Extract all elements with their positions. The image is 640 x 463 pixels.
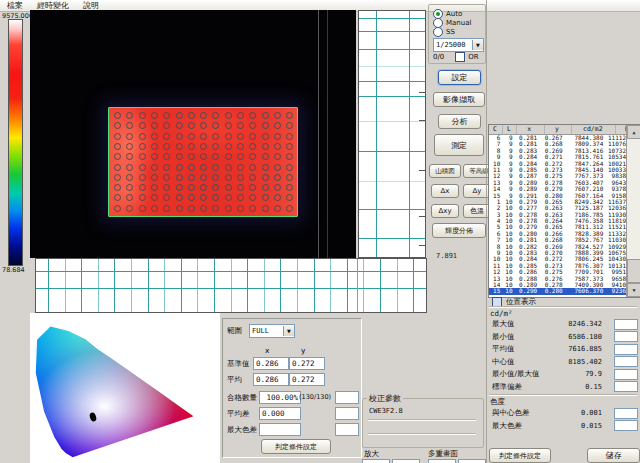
measure-button[interactable]: 測定 bbox=[434, 134, 484, 156]
measurement-point bbox=[176, 205, 183, 212]
chevron-down-icon[interactable]: ▼ bbox=[472, 40, 483, 50]
profile-cursor-line[interactable] bbox=[327, 10, 328, 258]
measurement-point bbox=[274, 184, 281, 191]
profile-cursor-line[interactable] bbox=[318, 10, 319, 258]
measurement-point bbox=[274, 164, 281, 171]
measurement-point bbox=[163, 133, 170, 140]
pass-count-label: 合格數量 bbox=[227, 393, 257, 403]
measurement-point bbox=[274, 174, 281, 181]
table-header-cell: y bbox=[545, 125, 573, 134]
ruler-tick bbox=[419, 170, 425, 171]
judge-result-box bbox=[614, 381, 638, 392]
measurement-point bbox=[139, 184, 146, 191]
range-select[interactable]: FULL ▼ bbox=[249, 324, 295, 338]
profile-gridline bbox=[330, 259, 331, 312]
profile-gridline bbox=[36, 271, 426, 272]
measurement-point bbox=[200, 153, 207, 160]
measurement-point bbox=[212, 153, 219, 160]
measurement-table[interactable]: CLxycd/m2K 690.2810.2677844.38011112790.… bbox=[488, 124, 640, 298]
reference-y-field[interactable]: 0.272 bbox=[289, 357, 325, 370]
judge-condition-button[interactable]: 判定條件設定 bbox=[261, 439, 331, 454]
measurement-point bbox=[139, 112, 146, 119]
measurement-point bbox=[200, 164, 207, 171]
profile-gridline bbox=[81, 259, 82, 312]
or-checkbox[interactable] bbox=[455, 52, 465, 62]
table-header-cell: L bbox=[503, 125, 517, 134]
profile-gridline bbox=[359, 18, 425, 19]
calibration-group: 校正參數 CWE3F2.8 bbox=[362, 398, 484, 448]
delta-xy-button[interactable]: Δxy bbox=[431, 204, 459, 218]
judge-result-box bbox=[335, 423, 359, 436]
delta-x-button[interactable]: Δx bbox=[431, 184, 459, 198]
measurement-point bbox=[114, 174, 121, 181]
ruler-tick bbox=[419, 216, 425, 217]
table-row[interactable]: 15100.2900.2807606.3709236 bbox=[489, 288, 627, 294]
save-button[interactable]: 儲存 bbox=[587, 448, 640, 463]
measurement-point bbox=[225, 174, 232, 181]
measurement-point bbox=[114, 153, 121, 160]
measurement-point bbox=[188, 122, 195, 129]
pass-count-value: (130/130) bbox=[299, 393, 331, 401]
multiscreen-field[interactable] bbox=[458, 459, 486, 463]
frame-counter-row: 0/0 OR bbox=[433, 52, 479, 62]
judge-condition-button[interactable]: 判定條件設定 bbox=[489, 448, 551, 463]
table-header-cell: x bbox=[517, 125, 545, 134]
table-scrollbar[interactable]: ▲ ▼ bbox=[626, 125, 640, 297]
measurement-point bbox=[212, 133, 219, 140]
mountain-plot-button[interactable]: 山積図 bbox=[429, 164, 461, 178]
settings-button[interactable]: 設定 bbox=[438, 70, 481, 85]
stat-value: 79.9 bbox=[554, 370, 602, 378]
measurement-point bbox=[176, 112, 183, 119]
chevron-down-icon[interactable]: ▼ bbox=[283, 326, 294, 336]
stat-row: 最小值6586.180 bbox=[492, 331, 638, 344]
scrollbar-thumb[interactable] bbox=[627, 259, 640, 283]
scale-min-label: 78.684 bbox=[2, 266, 25, 274]
profile-gridline bbox=[231, 259, 232, 312]
cursor-value: 7.891 bbox=[436, 252, 457, 260]
radio-ss-icon[interactable] bbox=[433, 27, 443, 37]
measurement-point bbox=[188, 112, 195, 119]
profile-gridline bbox=[359, 49, 425, 50]
measurement-point bbox=[176, 143, 183, 150]
measurement-point bbox=[225, 194, 232, 201]
measurement-point bbox=[163, 164, 170, 171]
average-y-field[interactable]: 0.272 bbox=[289, 373, 325, 386]
measurement-point bbox=[225, 143, 232, 150]
image-view[interactable] bbox=[30, 10, 356, 258]
scroll-down-icon[interactable]: ▼ bbox=[627, 283, 640, 297]
profile-gridline bbox=[131, 259, 132, 312]
stat-label: 最小值/最大值 bbox=[492, 369, 554, 379]
measurement-point bbox=[151, 112, 158, 119]
measurement-point bbox=[200, 122, 207, 129]
profile-gridline bbox=[347, 259, 348, 312]
measurement-point bbox=[286, 184, 293, 191]
table-header: CLxycd/m2K bbox=[489, 125, 640, 135]
capture-button[interactable]: 影像擷取 bbox=[433, 92, 485, 107]
multiscreen-field[interactable] bbox=[428, 459, 456, 463]
stat-label: 平均值 bbox=[492, 344, 554, 354]
measurement-point bbox=[237, 133, 244, 140]
measurement-point bbox=[163, 122, 170, 129]
measurement-point bbox=[151, 164, 158, 171]
scroll-up-icon[interactable]: ▲ bbox=[627, 125, 640, 139]
profile-gridline bbox=[280, 259, 281, 312]
measurement-point bbox=[200, 194, 207, 201]
shutter-select[interactable]: 1/25000 ▼ bbox=[433, 38, 484, 52]
measurement-point bbox=[126, 184, 133, 191]
menu-file[interactable]: 檔案 bbox=[0, 0, 30, 11]
measurement-point bbox=[163, 205, 170, 212]
average-x-field[interactable]: 0.286 bbox=[253, 373, 289, 386]
measurement-point bbox=[249, 133, 256, 140]
analyze-button[interactable]: 分析 bbox=[438, 114, 481, 129]
radio-ss[interactable]: SS bbox=[433, 27, 455, 37]
luminance-dist-button[interactable]: 輝度分佈 bbox=[432, 223, 486, 238]
measurement-point bbox=[262, 205, 269, 212]
zoom-field[interactable] bbox=[392, 459, 420, 463]
measurement-point bbox=[237, 153, 244, 160]
average-label: 平均 bbox=[227, 375, 242, 385]
max-diff-field bbox=[259, 423, 301, 436]
stat-row: 平均值7616.885 bbox=[492, 343, 638, 356]
zoom-field[interactable] bbox=[362, 459, 390, 463]
reference-x-field[interactable]: 0.286 bbox=[253, 357, 289, 370]
stat-label: 標準偏差 bbox=[492, 382, 554, 392]
